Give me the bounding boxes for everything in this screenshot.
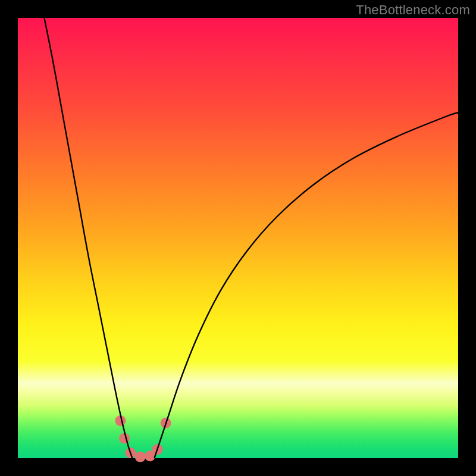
marker-layer bbox=[115, 415, 171, 462]
marker-dot bbox=[135, 452, 146, 462]
plot-area bbox=[18, 18, 458, 458]
chart-frame: TheBottleneck.com bbox=[0, 0, 476, 476]
right-curve bbox=[154, 112, 458, 458]
watermark-text: TheBottleneck.com bbox=[356, 2, 470, 18]
marker-dot bbox=[119, 433, 130, 444]
curves-svg bbox=[18, 18, 458, 458]
left-curve bbox=[44, 18, 132, 458]
